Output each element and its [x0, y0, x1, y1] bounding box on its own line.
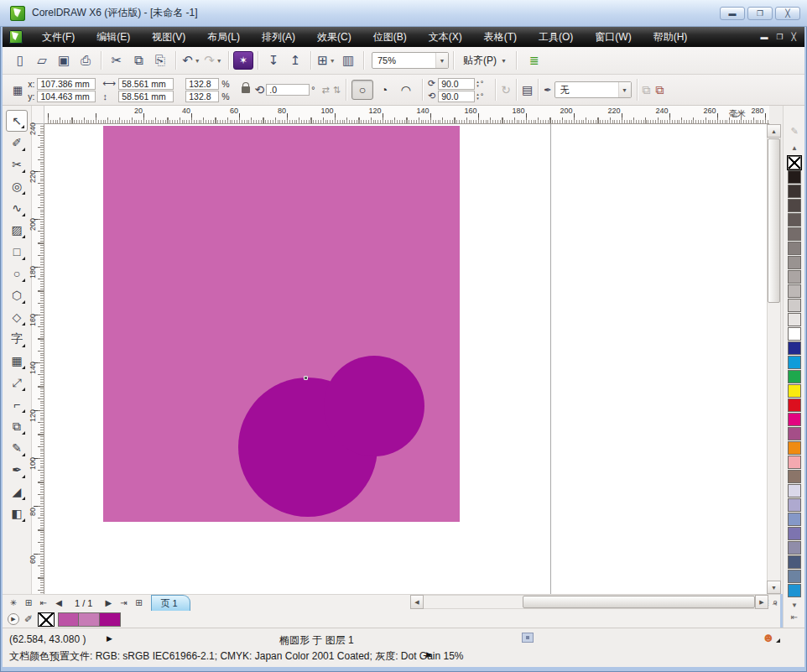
dimension-tool[interactable]: ⤢ [6, 372, 28, 393]
palette-color-swatch[interactable] [788, 185, 801, 198]
proof-colors-icon[interactable] [522, 633, 534, 643]
scroll-down-icon[interactable]: ▼ [767, 581, 781, 594]
palette-color-swatch[interactable] [788, 399, 801, 412]
interactive-fill-tool[interactable]: ◧ [6, 503, 28, 524]
zoom-tool[interactable]: ◎ [6, 175, 28, 197]
menu-text[interactable]: 文本(X) [418, 27, 473, 48]
scale-x-field[interactable]: 132.8 [185, 78, 219, 90]
basic-shapes-tool[interactable]: ◇ [6, 306, 28, 328]
palette-color-swatch[interactable] [788, 199, 801, 212]
palette-color-swatch[interactable] [788, 484, 801, 497]
palette-color-swatch[interactable] [788, 341, 801, 355]
menu-effects[interactable]: 效果(C) [306, 27, 362, 48]
prev-page-button[interactable]: ◀ [51, 596, 66, 611]
scroll-right-icon[interactable]: ▶ [755, 595, 768, 609]
document-palette-eyedropper-icon[interactable]: ✐ [24, 613, 33, 625]
last-page-button[interactable]: ⇥ [116, 596, 131, 611]
palette-color-swatch[interactable] [788, 384, 801, 398]
palette-color-swatch[interactable] [788, 584, 801, 597]
import-button[interactable]: ↧ [263, 50, 284, 70]
palette-color-swatch[interactable] [788, 327, 801, 341]
wrap-paragraph-text-icon[interactable]: ▤ [522, 83, 533, 96]
save-button[interactable]: ▣ [53, 50, 75, 70]
palette-color-swatch[interactable] [788, 541, 801, 555]
palette-color-swatch[interactable] [788, 170, 801, 184]
palette-scroll-up-icon[interactable]: ▲ [787, 143, 802, 154]
text-tool[interactable]: 字 [6, 328, 28, 350]
redo-button-dropdown-icon[interactable]: ▼ [216, 58, 222, 64]
palette-scroll-down-icon[interactable]: ▼ [787, 600, 802, 611]
arc-start-down-icon[interactable]: ▾ [476, 84, 479, 88]
blend-tool[interactable]: ⧉ [6, 415, 28, 437]
palette-color-swatch[interactable] [788, 242, 801, 255]
outline-width-combo[interactable]: 无 ▼ [554, 81, 632, 98]
copy-button[interactable]: ⧉ [128, 50, 149, 70]
menu-view[interactable]: 视图(V) [141, 27, 196, 48]
menu-table[interactable]: 表格(T) [473, 27, 528, 48]
pie-mode-button[interactable]: ◔ [373, 80, 395, 100]
rectangle-tool[interactable]: □ [6, 241, 28, 263]
quick-customize-icon[interactable]: ⧉ [656, 83, 664, 97]
palette-color-swatch[interactable] [788, 555, 801, 569]
eyedropper-tool[interactable]: ✎ [6, 437, 28, 459]
menu-arrange[interactable]: 排列(A) [251, 27, 306, 48]
scroll-up-icon[interactable]: ▲ [767, 124, 781, 138]
rotation-angle-field[interactable]: .0 [266, 84, 310, 96]
arc-end-down-icon[interactable]: ▾ [476, 96, 479, 101]
vertical-ruler[interactable]: 2402202001801601401201008060 [32, 124, 44, 594]
ellipse-mode-button[interactable]: ○ [351, 80, 373, 100]
document-color-swatch[interactable] [100, 612, 121, 627]
mdi-close-icon[interactable]: ╳ [792, 33, 796, 41]
ellipse-tool[interactable]: ○ [6, 263, 28, 284]
palette-color-swatch[interactable] [788, 270, 801, 284]
palette-color-swatch[interactable] [788, 498, 801, 512]
cut-button[interactable]: ✂ [106, 50, 128, 70]
undo-button-dropdown-icon[interactable]: ▼ [195, 58, 200, 64]
page-tab[interactable]: 页 1 [151, 595, 190, 611]
polygon-tool[interactable]: ⬡ [6, 284, 28, 306]
palette-color-swatch[interactable] [788, 456, 801, 469]
welcome-screen-button[interactable]: ▥ [337, 50, 359, 70]
horizontal-scrollbar[interactable]: ◀ ▶ [410, 595, 768, 609]
small-circle-object[interactable] [324, 356, 424, 456]
arc-end-field[interactable]: 90.0 [438, 91, 475, 102]
zoom-level-combo[interactable]: 75% ▼ [372, 52, 449, 69]
palette-color-swatch[interactable] [788, 427, 801, 440]
mdi-minimize-icon[interactable]: ▬ [761, 33, 768, 41]
pick-tool[interactable]: ↖ [6, 110, 28, 132]
x-position-field[interactable]: 107.386 mm [37, 78, 96, 90]
outline-width-arrow-icon[interactable]: ▼ [618, 82, 631, 97]
add-page-end-button[interactable]: ⊞ [131, 596, 146, 611]
object-height-field[interactable]: 58.561 mm [118, 91, 174, 102]
object-width-field[interactable]: 58.561 mm [118, 78, 174, 90]
no-color-swatch[interactable] [788, 156, 801, 169]
y-position-field[interactable]: 104.463 mm [37, 91, 96, 102]
smart-fill-tool[interactable]: ▨ [6, 219, 28, 241]
minimize-button[interactable]: ▬ [720, 7, 745, 20]
palette-color-swatch[interactable] [788, 413, 801, 426]
paste-button[interactable]: ⎘ [149, 50, 171, 70]
next-page-button[interactable]: ▶ [101, 596, 116, 611]
arc-mode-button[interactable]: ◠ [395, 80, 417, 100]
application-launcher-button-dropdown-icon[interactable]: ▼ [330, 58, 336, 64]
menu-window[interactable]: 窗口(W) [584, 27, 642, 48]
mdi-restore-icon[interactable]: ❐ [777, 33, 784, 41]
palette-color-swatch[interactable] [788, 213, 801, 227]
undo-button[interactable]: ↶▼ [180, 50, 202, 70]
page-settings-icon[interactable]: ✳ [6, 596, 21, 611]
lock-ratio-icon[interactable] [242, 86, 250, 93]
palette-color-swatch[interactable] [788, 570, 801, 583]
horizontal-ruler[interactable]: 20406080100120140160180200220240260280 [44, 106, 769, 124]
print-button[interactable]: ⎙ [75, 50, 96, 70]
outline-pen-tool[interactable]: ✒ [6, 459, 28, 481]
palette-color-swatch[interactable] [788, 284, 801, 298]
palette-color-swatch[interactable] [788, 441, 801, 455]
crop-tool[interactable]: ✂ [6, 154, 28, 175]
change-direction-icon[interactable]: ↻ [501, 83, 511, 96]
membership-user-icon[interactable]: ☻ [762, 630, 775, 644]
arc-start-field[interactable]: 90.0 [438, 78, 475, 90]
menu-file[interactable]: 文件(F) [31, 27, 86, 48]
palette-color-swatch[interactable] [788, 313, 801, 326]
menu-layout[interactable]: 布局(L) [196, 27, 251, 48]
restore-button[interactable]: ❐ [747, 7, 773, 20]
